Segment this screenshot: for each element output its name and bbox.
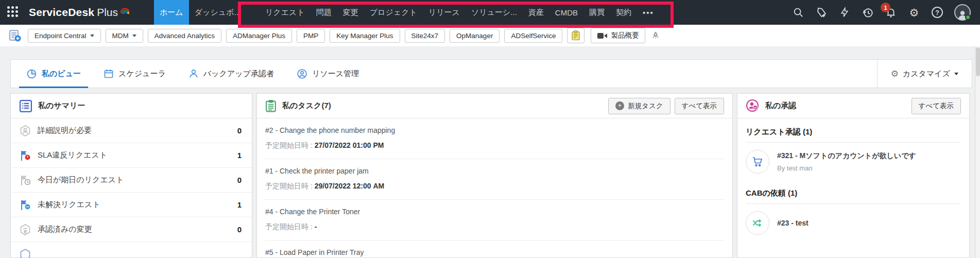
- quick-actions-icon[interactable]: [838, 6, 851, 19]
- pmp-button[interactable]: PMP: [297, 29, 325, 43]
- summary-list-icon: [19, 99, 32, 113]
- summary-row-due-today[interactable]: 今日が期日のリクエスト 0: [11, 168, 252, 193]
- quick-add-icon[interactable]: [815, 6, 828, 19]
- whats-new-rocket-icon[interactable]: [651, 30, 660, 41]
- tab-my-view[interactable]: 私のビュー: [19, 60, 88, 88]
- vertical-scrollbar[interactable]: [975, 46, 980, 258]
- nav-item-purchase[interactable]: 購買: [583, 0, 610, 25]
- approval-item[interactable]: #321 - Mソフトのアカウントが欲しいです By test man: [746, 143, 961, 180]
- schedule-value: 27/07/2022 01:00 PM: [315, 141, 384, 149]
- adselfservice-button[interactable]: ADSelfService: [504, 29, 562, 43]
- approvals-section-heading: リクエスト承認 (1): [746, 118, 961, 143]
- view-tabbar: 私のビュー スケジューラ バックアップ承認者 リソース管理 ⚙ カスタマイズ: [10, 59, 972, 88]
- nav-item-problems[interactable]: 問題: [311, 0, 337, 25]
- key-manager-plus-button[interactable]: Key Manager Plus: [330, 29, 400, 43]
- scrollbar-thumb[interactable]: [976, 47, 980, 76]
- panel-title: 私のタスク(7): [282, 101, 331, 111]
- admanager-plus-button[interactable]: ADManager Plus: [226, 29, 292, 43]
- schedule-label: 予定開始日時 :: [265, 141, 313, 149]
- top-navigation-bar: ServiceDesk Plus ホーム ダッシュボ... リクエスト 問題 変…: [0, 0, 980, 25]
- servicedesk-plus-logo[interactable]: ServiceDesk Plus: [29, 6, 130, 19]
- nav-item-dashboard[interactable]: ダッシュボ...: [189, 0, 246, 25]
- summary-row-partial[interactable]: [11, 242, 252, 258]
- my-tasks-panel: 私のタスク(7) + 新規タスク すべて表示 #2 - Change the p…: [256, 93, 733, 258]
- tab-scheduler[interactable]: スケジューラ: [96, 60, 173, 88]
- gear-icon: ⚙: [891, 70, 899, 78]
- opmanager-button[interactable]: OpManager: [450, 29, 500, 43]
- approval-requester: By test man: [777, 164, 916, 172]
- pie-chart-icon: [26, 68, 37, 79]
- summary-count: 1: [237, 151, 244, 160]
- topbar-right-icons: 1 ⚙ ?: [792, 4, 980, 21]
- user-avatar[interactable]: [954, 4, 971, 21]
- endpoint-central-button[interactable]: Endpoint Central: [28, 29, 101, 43]
- flag-alert-icon: [19, 149, 31, 162]
- task-item[interactable]: #1 - Check the printer paper jam 予定開始日時 …: [265, 159, 724, 200]
- approvals-view-all-button[interactable]: すべて表示: [912, 98, 961, 114]
- nav-item-releases[interactable]: リリース: [423, 0, 466, 25]
- nav-item-contracts[interactable]: 契約: [610, 0, 637, 25]
- new-document-icon[interactable]: [8, 29, 22, 42]
- nav-item-projects[interactable]: プロジェクト: [364, 0, 423, 25]
- logo-text-secondary: Plus: [97, 6, 118, 19]
- notifications-bell-icon[interactable]: 1: [885, 6, 897, 19]
- schedule-value: -: [315, 222, 317, 231]
- chevron-down-icon: [90, 35, 94, 37]
- panel-title: 私のサマリー: [38, 101, 85, 111]
- apps-grid-icon[interactable]: [7, 6, 20, 19]
- tab-resource-management[interactable]: リソース管理: [289, 60, 366, 88]
- hexagon-change-icon: [19, 223, 31, 236]
- summary-row-approved-changes[interactable]: 承認済みの変更 0: [11, 217, 252, 242]
- tasks-view-all-button[interactable]: すべて表示: [675, 98, 724, 114]
- nav-item-assets[interactable]: 資産: [523, 0, 549, 25]
- nav-more-icon[interactable]: •••: [637, 0, 660, 25]
- flag-chat-icon: [19, 199, 31, 211]
- schedule-value: 29/07/2022 12:00 AM: [315, 182, 384, 190]
- panels-row: 私のサマリー 詳細説明が必要 0 SLA違反リクエスト 1: [10, 93, 970, 258]
- approvals-section-heading: CABの依頼 (1): [746, 180, 961, 204]
- advanced-analytics-button[interactable]: Advanced Analytics: [148, 29, 221, 43]
- summary-row-sla-violated[interactable]: SLA違反リクエスト 1: [11, 143, 252, 168]
- summary-count: 0: [237, 176, 244, 184]
- task-list: #2 - Change the phone number mapping 予定開…: [257, 118, 732, 258]
- dashboard-content: 私のビュー スケジューラ バックアップ承認者 リソース管理 ⚙ カスタマイズ: [0, 46, 980, 258]
- summary-count: 0: [237, 126, 244, 135]
- summary-row-pending[interactable]: 未解決リクエスト 1: [11, 193, 252, 217]
- tab-backup-approver[interactable]: バックアップ承認者: [181, 60, 281, 88]
- mdm-button[interactable]: MDM: [106, 29, 143, 43]
- flag-clock-icon: [19, 174, 31, 186]
- site24x7-button[interactable]: Site24x7: [405, 29, 445, 43]
- customize-dropdown[interactable]: ⚙ カスタマイズ: [877, 60, 972, 88]
- summary-count: 0: [237, 225, 244, 234]
- history-icon[interactable]: [862, 6, 874, 19]
- approval-item[interactable]: #23 - test: [746, 204, 961, 241]
- schedule-label: 予定開始日時 :: [265, 222, 313, 231]
- hexagon-icon: [19, 248, 31, 258]
- nav-item-requests[interactable]: リクエスト: [260, 0, 311, 25]
- my-approvals-panel: 私の承認 すべて表示 リクエスト承認 (1) #321 - M: [737, 93, 970, 258]
- nav-item-home[interactable]: ホーム: [154, 0, 189, 25]
- task-item[interactable]: #4 - Change the Printer Toner 予定開始日時 :-: [265, 200, 724, 240]
- task-item[interactable]: #5 - Load Paper in Printer Tray: [265, 240, 724, 258]
- my-approvals-header: 私の承認 すべて表示: [737, 94, 969, 118]
- main-nav: ホーム ダッシュボ... リクエスト 問題 変更 プロジェクト リリース ソリュ…: [154, 0, 660, 25]
- user-icon: [188, 68, 199, 79]
- nav-item-changes[interactable]: 変更: [337, 0, 364, 25]
- nav-item-solutions[interactable]: ソリューシ...: [466, 0, 523, 25]
- help-icon[interactable]: ?: [931, 6, 943, 19]
- tasks-clipboard-icon: [265, 99, 277, 112]
- quick-launch-toolbar: Endpoint Central MDM Advanced Analytics …: [0, 25, 980, 46]
- search-icon[interactable]: [792, 6, 804, 19]
- online-status-dot: [965, 14, 971, 20]
- product-overview-button[interactable]: 製品概要: [591, 28, 645, 43]
- release-notes-button[interactable]: [567, 28, 584, 43]
- approvals-body: リクエスト承認 (1) #321 - Mソフトのアカウントが欲しいです By t…: [737, 118, 969, 241]
- schedule-label: 予定開始日時 :: [265, 182, 313, 190]
- chevron-down-icon: [954, 73, 958, 75]
- summary-row-needs-clarification[interactable]: 詳細説明が必要 0: [11, 118, 252, 143]
- settings-gear-icon[interactable]: ⚙: [908, 6, 920, 19]
- plus-icon: +: [615, 101, 624, 110]
- new-task-button[interactable]: + 新規タスク: [608, 98, 670, 114]
- task-item[interactable]: #2 - Change the phone number mapping 予定開…: [265, 118, 724, 159]
- nav-item-cmdb[interactable]: CMDB: [549, 0, 583, 25]
